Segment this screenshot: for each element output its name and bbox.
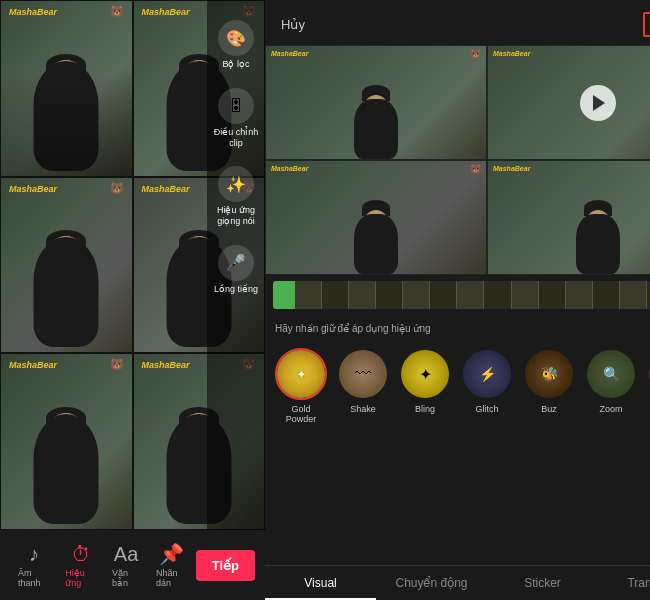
effect-thumb-buz: 🐝 [523, 348, 575, 400]
timeline-green [273, 281, 295, 309]
frame-8 [484, 281, 511, 309]
video-cell-1: MashaBear 🐻 [0, 0, 133, 177]
voice-effect-tool[interactable]: ✨ Hiệu ứnggiọng nói [217, 166, 255, 227]
right-panel: Hủy Lưu MashaBear 🐻 [265, 0, 650, 600]
effects-row: ✦ GoldPowder 〰 Shake ✦ Bling [265, 342, 650, 428]
preview-cell-2: MashaBear 🐻 [487, 45, 650, 160]
preview-cell-1: MashaBear 🐻 [265, 45, 487, 160]
effect-name-gold-powder: GoldPowder [286, 404, 317, 424]
left-panel: MashaBear 🐻 MashaBear 🐻 [0, 0, 265, 600]
effect-thumb-glitch: ⚡ [461, 348, 513, 400]
frame-2 [322, 281, 349, 309]
filter-icon: 🎨 [218, 20, 254, 56]
text-icon: Aa [114, 543, 138, 566]
effect-gold-powder[interactable]: ✦ GoldPowder [275, 348, 327, 424]
tab-motion[interactable]: Chuyển động [376, 566, 487, 600]
nav-text[interactable]: Aa Văn bản [104, 538, 148, 593]
frame-12 [593, 281, 620, 309]
effect-thumb-bling: ✦ [399, 348, 451, 400]
sticker-label: Nhãn dán [156, 568, 188, 588]
tab-transition[interactable]: Transition [598, 566, 650, 600]
timeline-frames [295, 281, 650, 309]
bottom-nav: ♪ Âm thanh ⏱ Hiệu ứng Aa Văn bản 📌 Nhãn … [0, 530, 265, 600]
sound-label: Âm thanh [18, 568, 49, 588]
next-button[interactable]: Tiếp [196, 550, 255, 581]
effect-thumb-shake: 〰 [337, 348, 389, 400]
dubbing-icon: 🎤 [218, 245, 254, 281]
play-triangle [593, 95, 605, 111]
tab-sticker[interactable]: Sticker [487, 566, 598, 600]
adjust-tool[interactable]: 🎛 Điều chỉnhclip [214, 88, 259, 149]
frame-10 [539, 281, 566, 309]
nav-sticker[interactable]: 📌 Nhãn dán [148, 537, 196, 593]
preview-cell-3: MashaBear 🐻 [265, 160, 487, 275]
sound-icon: ♪ [29, 543, 39, 566]
voice-effect-label: Hiệu ứnggiọng nói [217, 205, 255, 227]
video-cell-3: MashaBear 🐻 [0, 177, 133, 354]
timeline[interactable] [273, 281, 650, 309]
cancel-button[interactable]: Hủy [281, 17, 305, 32]
preview-cell-4: MashaBear 🐻 [487, 160, 650, 275]
voice-effect-icon: ✨ [218, 166, 254, 202]
nav-sound[interactable]: ♪ Âm thanh [10, 538, 57, 593]
play-button[interactable] [580, 85, 616, 121]
frame-13 [620, 281, 647, 309]
dubbing-tool[interactable]: 🎤 Lồng tiếng [214, 245, 258, 295]
effect-name-glitch: Glitch [475, 404, 498, 414]
frame-3 [349, 281, 376, 309]
tab-sticker-label: Sticker [524, 576, 561, 590]
effect-bling[interactable]: ✦ Bling [399, 348, 451, 424]
effect-shake[interactable]: 〰 Shake [337, 348, 389, 424]
frame-6 [430, 281, 457, 309]
frame-4 [376, 281, 403, 309]
right-tools: 🎨 Bộ lọc 🎛 Điều chỉnhclip ✨ Hiệu ứnggiọn… [207, 0, 265, 530]
effect-thumb-gold-powder: ✦ [275, 348, 327, 400]
adjust-label: Điều chỉnhclip [214, 127, 259, 149]
preview-area: MashaBear 🐻 MashaBear [265, 45, 650, 275]
frame-9 [512, 281, 539, 309]
bottom-tabs: Visual Chuyển động Sticker Transition [265, 565, 650, 600]
hint-bar: Hãy nhấn giữ để áp dụng hiệu ứng ↩ [265, 315, 650, 342]
filter-tool[interactable]: 🎨 Bộ lọc [218, 20, 254, 70]
text-label: Văn bản [112, 568, 140, 588]
p-watermark-2: MashaBear [493, 50, 530, 57]
tab-motion-label: Chuyển động [395, 576, 467, 590]
frame-1 [295, 281, 322, 309]
tab-transition-label: Transition [627, 576, 650, 590]
sticker-icon: 📌 [159, 542, 184, 566]
preview-grid: MashaBear 🐻 MashaBear [265, 45, 650, 275]
filter-label: Bộ lọc [222, 59, 249, 70]
effect-name-buz: Buz [541, 404, 557, 414]
effect-name-shake: Shake [350, 404, 376, 414]
effect-name-bling: Bling [415, 404, 435, 414]
video-cell-5: MashaBear 🐻 [0, 353, 133, 530]
effect-glitch[interactable]: ⚡ Glitch [461, 348, 513, 424]
effect-name-zoom: Zoom [599, 404, 622, 414]
save-button[interactable]: Lưu [643, 12, 650, 37]
top-bar: Hủy Lưu [265, 0, 650, 45]
effect-zoom[interactable]: 🔍 Zoom [585, 348, 637, 424]
tab-visual-label: Visual [304, 576, 336, 590]
dubbing-label: Lồng tiếng [214, 284, 258, 295]
effects-label: Hiệu ứng [65, 568, 96, 588]
effects-icon: ⏱ [71, 543, 91, 566]
nav-effects[interactable]: ⏱ Hiệu ứng [57, 538, 104, 593]
adjust-icon: 🎛 [218, 88, 254, 124]
frame-11 [566, 281, 593, 309]
effect-buz[interactable]: 🐝 Buz [523, 348, 575, 424]
frame-5 [403, 281, 430, 309]
frame-7 [457, 281, 484, 309]
tab-visual[interactable]: Visual [265, 566, 376, 600]
hint-text: Hãy nhấn giữ để áp dụng hiệu ứng [275, 323, 431, 334]
effect-thumb-zoom: 🔍 [585, 348, 637, 400]
